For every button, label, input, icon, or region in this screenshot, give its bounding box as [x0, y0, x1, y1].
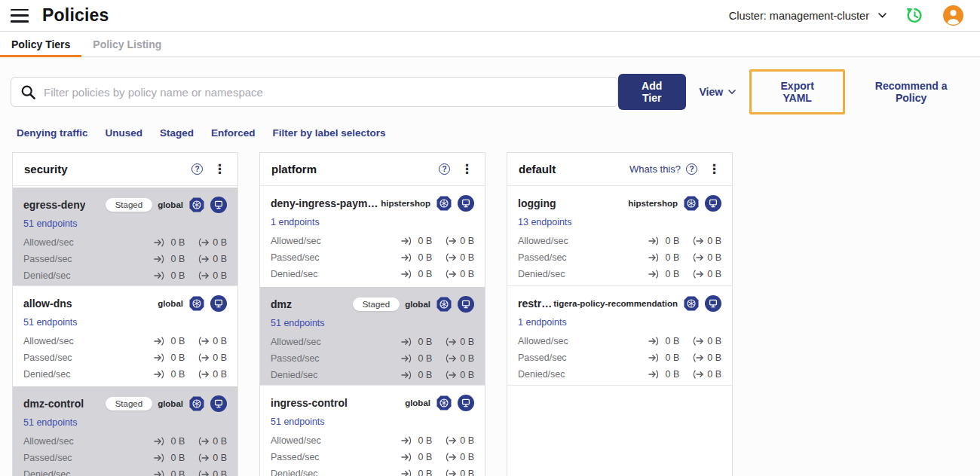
- endpoints-link[interactable]: 51 endpoints: [23, 218, 78, 229]
- filter-enforced[interactable]: Enforced: [211, 127, 256, 139]
- tier-header: platform ? ⋮: [260, 153, 485, 186]
- metric-out-value: 0 B: [213, 369, 227, 380]
- filter-staged[interactable]: Staged: [160, 127, 194, 139]
- ingress-icon: [154, 353, 167, 362]
- policy-card[interactable]: allow-dns global: [13, 285, 237, 385]
- policy-name: dmz: [271, 298, 292, 310]
- endpoints-link[interactable]: 1 endpoints: [271, 217, 320, 227]
- tier-name: platform: [271, 163, 317, 175]
- policy-card[interactable]: logging hipstershop: [507, 186, 732, 285]
- history-restore-icon[interactable]: [905, 5, 925, 26]
- metric-row: Allowed/sec 0 B: [518, 333, 721, 349]
- tab-policy-tiers[interactable]: Policy Tiers: [0, 32, 81, 56]
- tier-help-link[interactable]: ?: [186, 163, 203, 175]
- user-avatar[interactable]: [943, 5, 963, 26]
- hamburger-menu-icon[interactable]: [11, 9, 29, 23]
- ingress-icon: [401, 270, 414, 279]
- metrics: Allowed/sec 0 B: [518, 233, 721, 282]
- kebab-menu-icon[interactable]: ⋮: [708, 163, 721, 175]
- policy-card[interactable]: ingress-control global: [260, 385, 485, 476]
- policy-scope-label: global: [405, 300, 430, 309]
- metric-row: Denied/sec 0 B: [518, 266, 721, 282]
- policy-card[interactable]: restricted tigera-policy-recommendation: [507, 285, 732, 385]
- ingress-icon: [154, 437, 167, 446]
- cluster-selector-label: Cluster: management-cluster: [729, 10, 869, 22]
- metric-label: Passed/sec: [23, 352, 72, 363]
- kebab-menu-icon[interactable]: ⋮: [461, 163, 473, 175]
- egress-icon: [691, 253, 703, 262]
- egress-icon: [196, 353, 209, 362]
- egress-icon: [691, 353, 703, 362]
- metric-in-value: 0 B: [665, 336, 679, 346]
- tier-help-link[interactable]: Whats this? ?: [629, 163, 697, 175]
- metrics: Allowed/sec 0 B: [271, 432, 474, 476]
- egress-icon: [443, 469, 456, 476]
- metric-label: Passed/sec: [518, 352, 567, 363]
- endpoints-link[interactable]: 51 endpoints: [23, 417, 78, 428]
- metric-label: Denied/sec: [518, 369, 565, 380]
- app-header: Policies Cluster: management-cluster: [0, 0, 980, 32]
- metric-label: Passed/sec: [23, 254, 72, 264]
- metric-out-value: 0 B: [460, 236, 474, 246]
- metric-out-value: 0 B: [460, 452, 474, 462]
- egress-icon: [196, 453, 209, 462]
- ingress-icon: [154, 238, 167, 247]
- metric-in-value: 0 B: [170, 270, 185, 281]
- policy-scope-label: global: [158, 399, 183, 408]
- metric-in-value: 0 B: [418, 452, 432, 462]
- metric-label: Denied/sec: [23, 270, 71, 281]
- global-network-icon: [683, 295, 700, 312]
- recommend-policy-button[interactable]: Recommend a Policy: [859, 80, 963, 104]
- filter-by-label-selectors[interactable]: Filter by label selectors: [273, 127, 386, 139]
- export-yaml-button[interactable]: Export YAML: [765, 80, 829, 104]
- metric-label: Passed/sec: [271, 252, 320, 263]
- policy-card[interactable]: deny-ingress-paymentservi… hipstershop: [260, 186, 485, 285]
- metric-in-value: 0 B: [170, 436, 185, 447]
- policy-name: egress-deny: [23, 199, 85, 211]
- metric-in-value: 0 B: [665, 352, 679, 363]
- metric-in-value: 0 B: [170, 254, 185, 264]
- metric-label: Passed/sec: [23, 453, 72, 463]
- filter-denying-traffic[interactable]: Denying traffic: [17, 127, 88, 139]
- tier-card-list: egress-deny Staged global: [13, 186, 237, 476]
- metric-out-value: 0 B: [460, 468, 474, 476]
- cluster-selector[interactable]: Cluster: management-cluster: [729, 10, 887, 22]
- policy-card[interactable]: dmz Staged global: [260, 285, 485, 385]
- view-dropdown-button[interactable]: View: [700, 86, 737, 98]
- metric-row: Allowed/sec 0 B: [271, 334, 474, 350]
- endpoints-link[interactable]: 51 endpoints: [23, 317, 78, 328]
- toolbar: Add Tier View Export YAML Recommend a Po…: [0, 57, 980, 114]
- metric-out-value: 0 B: [213, 237, 227, 248]
- search-input[interactable]: [44, 86, 608, 99]
- metric-out-value: 0 B: [707, 369, 721, 380]
- egress-icon: [443, 270, 456, 279]
- metric-label: Denied/sec: [23, 469, 71, 476]
- egress-icon: [691, 270, 703, 279]
- ingress-icon: [154, 453, 167, 462]
- ingress-icon: [401, 236, 414, 246]
- metric-in-value: 0 B: [665, 252, 679, 263]
- metrics: Allowed/sec 0 B: [23, 234, 227, 284]
- staged-badge: Staged: [353, 298, 400, 311]
- tier-name: default: [519, 163, 556, 175]
- add-tier-button[interactable]: Add Tier: [618, 74, 686, 110]
- ingress-icon: [401, 253, 414, 262]
- endpoints-link[interactable]: 51 endpoints: [271, 318, 325, 328]
- endpoints-link[interactable]: 13 endpoints: [518, 217, 572, 227]
- metric-out-value: 0 B: [460, 252, 474, 263]
- kebab-menu-icon[interactable]: ⋮: [213, 163, 226, 175]
- metric-label: Denied/sec: [271, 370, 318, 380]
- policy-card[interactable]: egress-deny Staged global: [13, 186, 237, 285]
- metric-out-value: 0 B: [707, 252, 721, 263]
- tier-help-link[interactable]: ?: [433, 163, 450, 175]
- endpoints-link[interactable]: 51 endpoints: [271, 416, 325, 427]
- endpoints-link[interactable]: 1 endpoints: [518, 317, 567, 328]
- metric-out-value: 0 B: [707, 236, 721, 246]
- metrics: Allowed/sec 0 B: [271, 233, 474, 282]
- metric-label: Allowed/sec: [23, 237, 74, 248]
- egress-icon: [691, 337, 703, 346]
- tab-policy-listing[interactable]: Policy Listing: [81, 32, 173, 56]
- policy-card[interactable]: dmz-control Staged global: [13, 385, 237, 476]
- policy-scope-label: global: [158, 299, 183, 308]
- filter-unused[interactable]: Unused: [106, 127, 143, 139]
